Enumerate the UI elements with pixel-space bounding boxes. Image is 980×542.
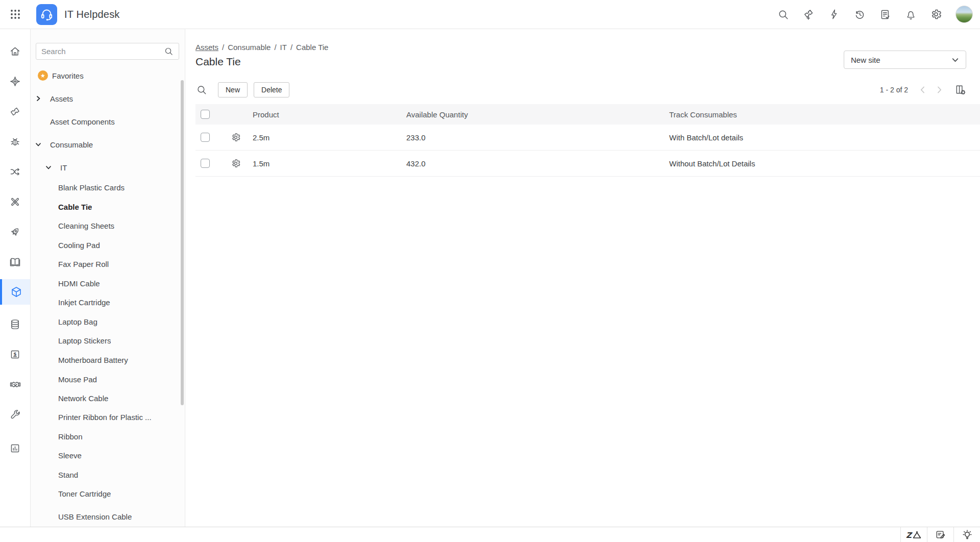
breadcrumb-separator: / (222, 43, 224, 52)
sidebar-leaf-item[interactable]: Blank Plastic Cards (58, 182, 125, 193)
headset-icon (40, 8, 54, 21)
zia-assistant-icon[interactable]: Z (900, 527, 927, 542)
rail-projects-icon[interactable] (0, 189, 30, 214)
rail-changes-icon[interactable] (0, 159, 30, 184)
page-title: Cable Tie (195, 56, 241, 68)
column-settings-icon[interactable] (954, 84, 966, 95)
feedback-edit-icon[interactable] (927, 527, 953, 542)
sidebar-item-assets[interactable]: Assets (35, 93, 73, 104)
rail-reports-icon[interactable] (0, 435, 30, 461)
task-check-icon[interactable] (879, 8, 891, 20)
pagination-count: 1 - 2 of 2 (880, 86, 908, 94)
sidebar-leaf-item[interactable]: Toner Cartridge (58, 488, 111, 500)
rail-requests-icon[interactable] (0, 98, 30, 124)
row-actions-gear-icon[interactable] (231, 132, 241, 142)
chevron-down-icon[interactable] (45, 164, 52, 171)
site-selector-value: New site (851, 56, 951, 64)
select-all-checkbox[interactable] (201, 110, 210, 119)
app-title: IT Helpdesk (64, 9, 120, 20)
previous-page-icon[interactable] (918, 85, 927, 94)
row-checkbox[interactable] (201, 133, 210, 142)
consumables-table: Product Available Quantity Track Consuma… (195, 104, 980, 177)
it-helpdesk-app: IT Helpdesk (0, 0, 980, 542)
cell-product[interactable]: 1.5m (253, 159, 406, 168)
site-selector-dropdown[interactable]: New site (844, 51, 966, 69)
rail-admin-icon[interactable] (0, 402, 30, 427)
rail-releases-icon[interactable] (0, 219, 30, 244)
column-header-available-quantity[interactable]: Available Quantity (406, 110, 669, 119)
sidebar-item-asset-components[interactable]: Asset Components (50, 116, 115, 127)
cell-available-quantity: 432.0 (406, 159, 669, 168)
sidebar-leaf-item[interactable]: Stand (58, 470, 78, 481)
sidebar-leaf-item[interactable]: HDMI Cable (58, 278, 100, 289)
row-checkbox[interactable] (201, 159, 210, 168)
column-header-product[interactable]: Product (253, 110, 406, 119)
breadcrumb-assets[interactable]: Assets (195, 43, 218, 52)
smart-tips-bulb-icon[interactable] (953, 527, 980, 542)
rail-contracts-icon[interactable] (0, 372, 30, 397)
sidebar-leaf-item[interactable]: Inkjet Cartridge (58, 297, 110, 308)
helpdesk-logo[interactable] (36, 4, 57, 25)
rail-cmdb-icon[interactable] (0, 311, 30, 337)
sidebar-search-box (36, 43, 179, 60)
sidebar-search-input[interactable] (41, 47, 164, 56)
chevron-down-icon (951, 56, 959, 64)
breadcrumb-cable-tie: Cable Tie (296, 43, 328, 52)
grid-dots-icon (10, 9, 20, 19)
sidebar-leaf-item[interactable]: Motherboard Battery (58, 355, 128, 366)
breadcrumb-it[interactable]: IT (280, 43, 287, 52)
sidebar-item-cable-tie[interactable]: Cable Tie (58, 202, 92, 213)
chevron-down-icon[interactable] (35, 141, 42, 148)
sidebar-leaf-item[interactable]: Cleaning Sheets (58, 220, 114, 232)
history-icon[interactable] (853, 8, 866, 20)
asset-tree-sidebar: ★ Favorites Assets Asset Components Cons… (31, 29, 185, 527)
sidebar-leaf-item[interactable]: Laptop Stickers (58, 335, 111, 347)
module-rail: $ (0, 29, 31, 542)
delete-button[interactable]: Delete (254, 82, 289, 97)
quick-actions-bolt-icon[interactable] (828, 8, 840, 20)
breadcrumb-separator: / (274, 43, 276, 52)
rail-assets-icon-active[interactable] (0, 279, 30, 305)
settings-gear-icon[interactable] (930, 8, 942, 20)
sidebar-leaf-item[interactable]: Ribbon (58, 431, 83, 442)
sidebar-leaf-item[interactable]: Mouse Pad (58, 374, 97, 385)
svg-text:Z: Z (906, 530, 913, 539)
sidebar-leaf-item[interactable]: USB Extension Cable (58, 511, 132, 523)
sidebar-leaf-item[interactable]: Network Cable (58, 393, 108, 404)
sidebar-item-consumable[interactable]: Consumable (35, 139, 93, 150)
new-button[interactable]: New (218, 82, 248, 97)
cell-available-quantity: 233.0 (406, 133, 669, 142)
top-bar: IT Helpdesk (0, 0, 980, 29)
cell-track-consumables: Without Batch/Lot Details (669, 159, 980, 168)
sidebar-item-favorites[interactable]: ★ Favorites (38, 70, 84, 81)
search-icon[interactable] (164, 46, 174, 56)
rail-explore-icon[interactable] (0, 68, 30, 94)
chevron-right-icon[interactable] (35, 95, 42, 102)
main-content: Assets / Consumable / IT / Cable Tie Cab… (186, 29, 980, 527)
rail-solutions-icon[interactable] (0, 249, 30, 275)
table-search-icon[interactable] (195, 84, 208, 96)
rail-purchase-icon[interactable]: $ (0, 341, 30, 367)
notifications-bell-icon[interactable] (904, 8, 917, 20)
table-row[interactable]: 1.5m 432.0 Without Batch/Lot Details (195, 151, 980, 177)
search-icon[interactable] (777, 8, 789, 20)
next-page-icon[interactable] (935, 85, 944, 94)
sidebar-leaf-item[interactable]: Sleeve (58, 450, 82, 461)
sidebar-leaf-item[interactable]: Fax Paper Roll (58, 259, 109, 270)
app-launcher-icon[interactable] (0, 0, 30, 29)
table-header-row: Product Available Quantity Track Consuma… (195, 104, 980, 125)
rail-home-icon[interactable] (0, 38, 30, 64)
sidebar-scrollbar[interactable] (181, 80, 184, 405)
user-avatar[interactable] (955, 6, 973, 23)
add-ticket-icon[interactable] (802, 8, 815, 20)
column-header-track-consumables[interactable]: Track Consumables (669, 110, 980, 119)
breadcrumb-consumable[interactable]: Consumable (228, 43, 271, 52)
sidebar-leaf-item[interactable]: Cooling Pad (58, 240, 100, 251)
rail-problems-icon[interactable] (0, 129, 30, 154)
sidebar-leaf-item[interactable]: Printer Ribbon for Plastic ... (58, 412, 152, 423)
table-row[interactable]: 2.5m 233.0 With Batch/Lot details (195, 125, 980, 151)
cell-product[interactable]: 2.5m (253, 133, 406, 142)
sidebar-item-it[interactable]: IT (45, 162, 67, 173)
sidebar-leaf-item[interactable]: Laptop Bag (58, 316, 97, 328)
row-actions-gear-icon[interactable] (231, 158, 241, 168)
